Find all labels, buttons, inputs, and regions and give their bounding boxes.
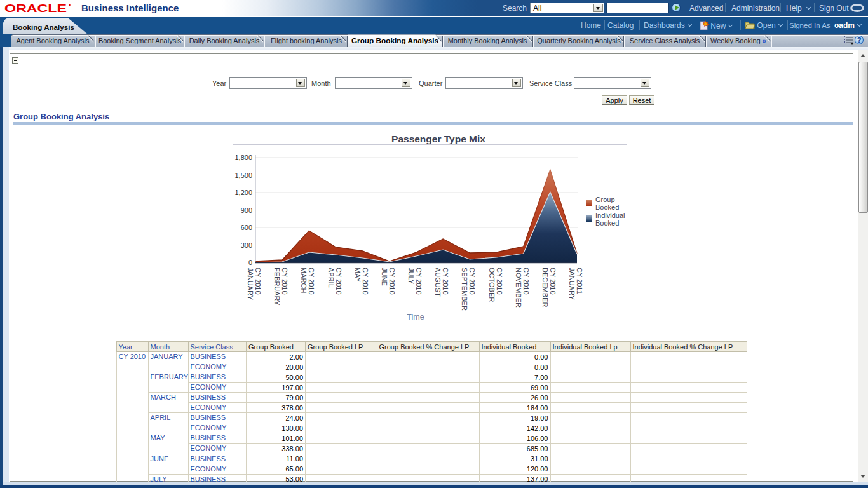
svg-text:0: 0 [248, 259, 252, 266]
svg-text:600: 600 [241, 224, 252, 231]
svg-text:MAY: MAY [354, 268, 362, 283]
svg-text:CY 2010: CY 2010 [549, 268, 557, 295]
svg-text:Booked: Booked [595, 219, 619, 227]
svg-text:CY 2010: CY 2010 [468, 268, 476, 295]
svg-text:CY 2010: CY 2010 [415, 268, 423, 295]
svg-text:CY 2010: CY 2010 [308, 268, 315, 295]
svg-text:Individual: Individual [595, 212, 625, 219]
svg-text:CY 2010: CY 2010 [496, 268, 503, 295]
svg-text:CY 2010: CY 2010 [281, 268, 288, 295]
svg-text:CY 2010: CY 2010 [254, 268, 262, 295]
svg-text:JUNE: JUNE [381, 268, 388, 286]
svg-text:300: 300 [241, 241, 252, 249]
svg-text:900: 900 [241, 207, 252, 214]
svg-text:CY 2010: CY 2010 [522, 268, 530, 295]
svg-text:Booked: Booked [595, 203, 619, 211]
svg-text:AUGUST: AUGUST [434, 268, 442, 297]
svg-text:CY 2010: CY 2010 [388, 268, 396, 295]
svg-text:CY 2010: CY 2010 [442, 268, 449, 295]
svg-text:Time: Time [407, 313, 424, 322]
svg-text:JANUARY: JANUARY [247, 268, 254, 301]
svg-text:Group: Group [595, 196, 615, 203]
svg-text:NOVEMBER: NOVEMBER [515, 268, 522, 308]
svg-text:OCTOBER: OCTOBER [488, 268, 496, 302]
svg-text:JULY: JULY [407, 268, 415, 285]
svg-text:CY 2010: CY 2010 [362, 268, 369, 295]
svg-text:JANUARY: JANUARY [568, 268, 576, 301]
svg-text:CY 2010: CY 2010 [335, 268, 342, 295]
svg-text:APRIL: APRIL [327, 268, 335, 288]
svg-text:1,500: 1,500 [234, 172, 252, 179]
svg-text:FEBRUARY: FEBRUARY [273, 268, 281, 306]
svg-text:Passenger Type Mix: Passenger Type Mix [391, 133, 485, 144]
svg-text:ORACLE: ORACLE [4, 3, 67, 14]
svg-text:SEPTEMBER: SEPTEMBER [461, 268, 468, 311]
svg-text:1,200: 1,200 [234, 189, 252, 196]
svg-text:MARCH: MARCH [300, 268, 308, 293]
svg-text:1,800: 1,800 [234, 154, 252, 161]
svg-text:DECEMBER: DECEMBER [541, 268, 549, 307]
svg-text:CY 2011: CY 2011 [576, 268, 583, 294]
